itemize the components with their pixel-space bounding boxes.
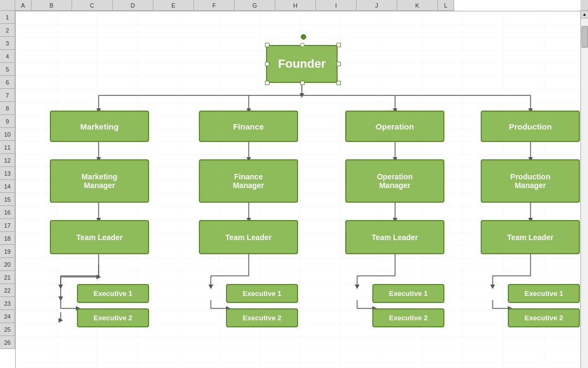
col-header-H: H	[275, 0, 316, 11]
col-header-K: K	[397, 0, 438, 11]
row-header-3: 3	[0, 37, 15, 50]
vertical-scrollbar[interactable]: ▲	[580, 11, 588, 368]
team-leader-box-operation: Team Leader	[345, 220, 444, 254]
row-header-10: 10	[0, 128, 15, 141]
row-header-16: 16	[0, 206, 15, 219]
row-header-14: 14	[0, 180, 15, 193]
row-header-4: 4	[0, 50, 15, 63]
row-header-6: 6	[0, 76, 15, 89]
row-header-11: 11	[0, 141, 15, 154]
manager-box-finance: Finance Manager	[199, 159, 298, 203]
row-headers: 1234567891011121314151617181920212223242…	[0, 11, 15, 368]
row-header-22: 22	[0, 284, 15, 297]
scrollbar-thumb[interactable]	[581, 26, 588, 48]
row-header-9: 9	[0, 115, 15, 128]
col-header-E: E	[153, 0, 194, 11]
scrollbar-up-arrow[interactable]: ▲	[581, 11, 589, 18]
row-header-23: 23	[0, 297, 15, 310]
exec1-finance: Executive 1	[226, 284, 298, 303]
row-header-25: 25	[0, 323, 15, 336]
sheet-content: Founder Marketing Finance Op	[15, 11, 580, 368]
dept-box-operation: Operation	[345, 111, 444, 142]
selection-handle-tr	[337, 43, 341, 47]
selection-handle-mr	[337, 62, 341, 66]
col-header-L: L	[438, 0, 454, 11]
team-leader-box-finance: Team Leader	[199, 220, 298, 254]
row-header-1: 1	[0, 11, 15, 24]
row-header-24: 24	[0, 310, 15, 323]
manager-box-marketing: Marketing Manager	[50, 159, 149, 203]
selection-handle-bl	[265, 81, 269, 85]
row-header-8: 8	[0, 102, 15, 115]
row-header-20: 20	[0, 258, 15, 271]
selection-handle-br	[337, 81, 341, 85]
exec1-operation: Executive 1	[372, 284, 444, 303]
col-header-J: J	[357, 0, 397, 11]
row-header-26: 26	[0, 336, 15, 349]
row-header-17: 17	[0, 219, 15, 232]
selection-handle-ml	[265, 62, 269, 66]
dept-box-finance: Finance	[199, 111, 298, 142]
sheet-body: 1234567891011121314151617181920212223242…	[0, 11, 588, 368]
col-header-A: A	[15, 0, 31, 11]
row-header-7: 7	[0, 89, 15, 102]
col-header-B: B	[31, 0, 72, 11]
col-headers: ABCDEFGHIJKL	[15, 0, 580, 11]
exec2-operation: Executive 2	[372, 308, 444, 327]
manager-box-production: Production Manager	[481, 159, 580, 203]
col-header-D: D	[113, 0, 153, 11]
col-header-F: F	[194, 0, 235, 11]
exec2-production: Executive 2	[508, 308, 580, 327]
corner-cell	[0, 0, 15, 11]
col-header-G: G	[235, 0, 275, 11]
dept-box-production: Production	[481, 111, 580, 142]
exec2-finance: Executive 2	[226, 308, 298, 327]
col-header-I: I	[316, 0, 357, 11]
row-header-21: 21	[0, 271, 15, 284]
column-header-row: ABCDEFGHIJKL	[0, 0, 588, 11]
exec1-marketing: Executive 1	[77, 284, 149, 303]
row-header-15: 15	[0, 193, 15, 206]
row-header-12: 12	[0, 154, 15, 167]
team-leader-box-marketing: Team Leader	[50, 220, 149, 254]
manager-box-operation: Operation Manager	[345, 159, 444, 203]
row-header-19: 19	[0, 245, 15, 258]
founder-box: Founder	[266, 45, 338, 83]
exec2-marketing: Executive 2	[77, 308, 149, 327]
row-header-18: 18	[0, 232, 15, 245]
col-header-C: C	[72, 0, 113, 11]
selection-handle-top	[300, 43, 305, 47]
row-header-5: 5	[0, 63, 15, 76]
selection-handle-bm	[300, 81, 305, 85]
row-header-13: 13	[0, 167, 15, 180]
team-leader-box-production: Team Leader	[481, 220, 580, 254]
exec1-production: Executive 1	[508, 284, 580, 303]
dept-box-marketing: Marketing	[50, 111, 149, 142]
selection-handle-tl	[265, 43, 269, 47]
spreadsheet: ABCDEFGHIJKL 123456789101112131415161718…	[0, 0, 588, 368]
top-connector-dot	[301, 34, 306, 40]
row-header-2: 2	[0, 24, 15, 37]
